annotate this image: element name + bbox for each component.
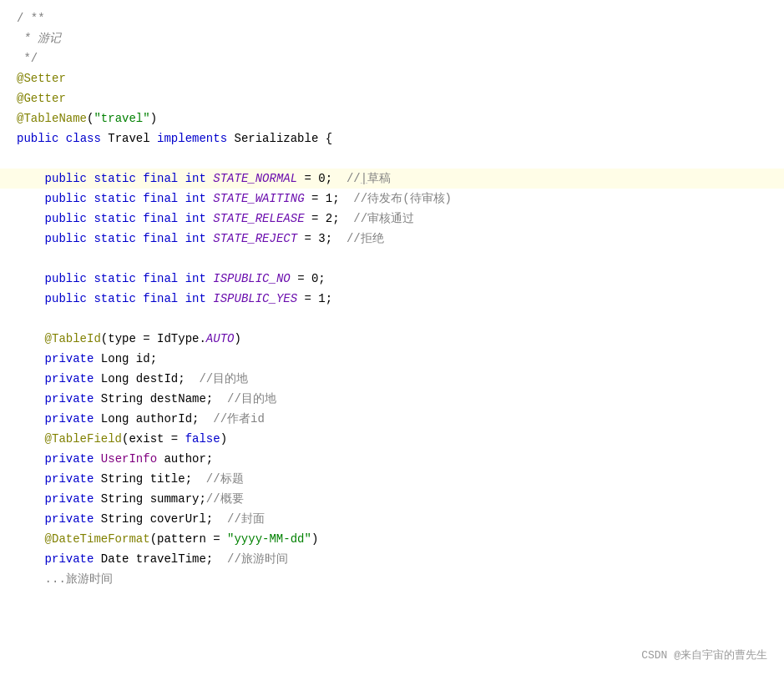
comment-authorid: //作者id xyxy=(213,410,265,428)
kw-public-1: public xyxy=(45,169,87,188)
line-blank-3 xyxy=(0,309,784,329)
line-private-destname: private String destName; //目的地 xyxy=(0,389,784,409)
line-private-summary: private String summary;//概要 xyxy=(0,489,784,509)
comment-coverurl: //封面 xyxy=(227,510,265,528)
annotation-tablename: @TableName xyxy=(17,109,87,128)
var-ispublic-yes: ISPUBLIC_YES xyxy=(213,290,297,308)
paren-close: ) xyxy=(150,109,157,128)
line-private-id: private Long id; xyxy=(0,349,784,369)
comment-approved: //审核通过 xyxy=(353,209,414,228)
line-private-author: private UserInfo author; xyxy=(0,449,784,469)
comment-open: / ** xyxy=(17,9,45,28)
comment-youji: * 游记 xyxy=(17,29,61,48)
kw-class: class xyxy=(66,129,101,148)
paren-open: ( xyxy=(87,109,94,128)
line-tablefield: @TableField(exist = false) xyxy=(0,429,784,449)
comment-destid: //目的地 xyxy=(199,370,248,388)
annotation-tablefield: @TableField xyxy=(45,430,122,448)
ellipsis-text: ...旅游时间 xyxy=(45,570,113,588)
var-state-release: STATE_RELEASE xyxy=(213,209,304,228)
kw-int-1: int xyxy=(185,169,206,188)
line-ellipsis: ...旅游时间 xyxy=(0,569,784,589)
line-private-coverurl: private String coverUrl; //封面 xyxy=(0,509,784,529)
kw-final-1: final xyxy=(143,169,178,188)
kw-implements: implements xyxy=(157,129,227,148)
code-editor: / ** * 游记 */ @Setter @Getter @TableName(… xyxy=(0,0,784,675)
line-private-destid: private Long destId; //目的地 xyxy=(0,369,784,389)
var-state-reject: STATE_REJECT xyxy=(213,229,297,248)
line-ispublic-yes: public static final int ISPUBLIC_YES = 1… xyxy=(0,289,784,309)
comment-destname: //目的地 xyxy=(227,390,276,408)
comment-draft: //|草稿 xyxy=(346,169,391,188)
var-state-waiting: STATE_WAITING xyxy=(213,189,304,208)
line-2: * 游记 xyxy=(0,28,784,48)
class-userinfo: UserInfo xyxy=(101,450,157,468)
line-class-decl: public class Travel implements Serializa… xyxy=(0,128,784,149)
comment-waiting: //待发布(待审核) xyxy=(353,189,452,208)
watermark: CSDN @来自宇宙的曹先生 xyxy=(641,647,767,662)
line-state-reject: public static final int STATE_REJECT = 3… xyxy=(0,229,784,249)
comment-close: */ xyxy=(17,49,38,68)
line-state-normal: public static final int STATE_NORMAL = 0… xyxy=(0,169,784,189)
var-state-normal: STATE_NORMAL xyxy=(213,169,297,188)
line-getter: @Getter xyxy=(0,88,784,108)
line-private-authorid: private Long authorId; //作者id xyxy=(0,409,784,429)
annotation-getter: @Getter xyxy=(17,89,66,108)
kw-public: public xyxy=(17,129,58,148)
line-3: */ xyxy=(0,48,784,68)
annotation-datetimeformat: @DateTimeFormat xyxy=(45,530,150,548)
string-travel: "travel" xyxy=(94,109,149,128)
line-1: / ** xyxy=(0,8,784,28)
line-private-traveltime: private Date travelTime; //旅游时间 xyxy=(0,549,784,569)
comment-title: //标题 xyxy=(206,470,244,488)
line-tableid: @TableId(type = IdType.AUTO) xyxy=(0,329,784,349)
line-blank-1 xyxy=(0,149,784,169)
line-state-waiting: public static final int STATE_WAITING = … xyxy=(0,189,784,209)
string-date-pattern: "yyyy-MM-dd" xyxy=(227,530,311,548)
indent xyxy=(17,169,45,188)
line-blank-2 xyxy=(0,249,784,269)
annotation-setter: @Setter xyxy=(17,69,66,88)
line-private-title: private String title; //标题 xyxy=(0,469,784,489)
kw-static-1: static xyxy=(94,169,135,188)
line-tablename: @TableName("travel") xyxy=(0,108,784,128)
annotation-tableid: @TableId xyxy=(45,330,101,348)
comment-summary: //概要 xyxy=(206,490,244,508)
idtype-auto: AUTO xyxy=(206,330,235,348)
line-state-release: public static final int STATE_RELEASE = … xyxy=(0,209,784,229)
comment-reject: //拒绝 xyxy=(346,229,384,248)
var-ispublic-no: ISPUBLIC_NO xyxy=(213,269,290,288)
comment-traveltime: //旅游时间 xyxy=(227,550,288,568)
line-setter: @Setter xyxy=(0,68,784,88)
line-datetimeformat: @DateTimeFormat(pattern = "yyyy-MM-dd") xyxy=(0,529,784,549)
line-ispublic-no: public static final int ISPUBLIC_NO = 0; xyxy=(0,269,784,289)
